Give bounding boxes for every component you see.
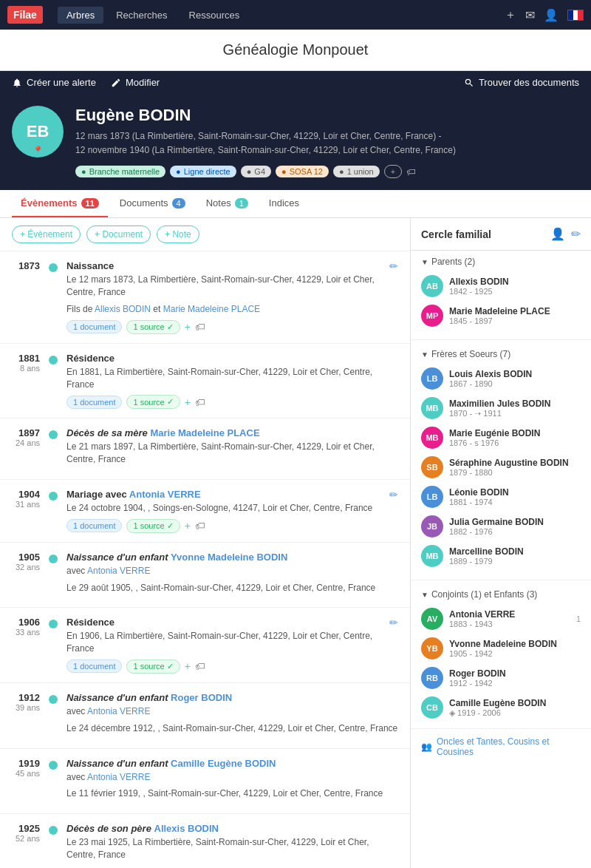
family-member-yvonne[interactable]: YB Yvonne Madeleine BODIN 1905 - 1942 — [421, 634, 581, 663]
family-member-leonie[interactable]: LB Léonie BODIN 1881 - 1974 — [421, 482, 581, 512]
family-member-louis[interactable]: LB Louis Alexis BODIN 1867 - 1890 — [421, 364, 581, 393]
modify-button[interactable]: Modifier — [111, 77, 160, 88]
nav-link-recherches[interactable]: Recherches — [107, 7, 176, 24]
tab-evenements[interactable]: Évènements 11 — [12, 190, 108, 217]
family-member-marie-eugenie[interactable]: MB Marie Eugénie BODIN 1876 - s 1976 — [421, 423, 581, 452]
doc-badge[interactable]: 1 document — [66, 660, 122, 673]
avatar-marcelline: MB — [421, 545, 443, 567]
timeline-year: 1904 31 ans — [12, 489, 49, 509]
edit-event-button[interactable]: ✏ — [383, 617, 398, 628]
timeline-item: 1881 8 ans Résidence En 1881, La Rimbert… — [0, 344, 410, 419]
plus-icon[interactable]: ＋ — [505, 7, 516, 23]
link-marie-place-deces[interactable]: Marie Madeleine PLACE — [150, 427, 259, 438]
link-antonia-verre-1905[interactable]: Antonia VERRE — [87, 566, 150, 576]
tag-add-button[interactable]: + — [384, 165, 402, 178]
tag-sosa[interactable]: ● SOSA 12 — [276, 166, 329, 177]
user-icon[interactable]: 👤 — [544, 8, 558, 22]
avatar-seraphine: SB — [421, 456, 443, 478]
link-antonia-verre-1912[interactable]: Antonia VERRE — [87, 706, 150, 716]
tag-badge-icon[interactable]: 🏷 — [195, 396, 205, 408]
logo[interactable]: Filae — [7, 6, 43, 24]
add-person-icon[interactable]: 👤 — [550, 227, 565, 241]
family-member-allexis[interactable]: AB Allexis BODIN 1842 - 1925 — [421, 271, 581, 301]
timeline-content: Naissance d'un enfant Yvonne Madeleine B… — [66, 552, 398, 599]
tab-notes[interactable]: Notes 1 — [197, 190, 257, 217]
timeline-item: 1905 32 ans Naissance d'un enfant Yvonne… — [0, 543, 410, 608]
add-badge-button[interactable]: + — [185, 396, 191, 408]
doc-badge[interactable]: 1 document — [66, 320, 122, 333]
group-icon: 👥 — [421, 742, 432, 752]
navbar: Filae Arbres Recherches Ressources ＋ ✉ 👤 — [0, 0, 591, 30]
mail-icon[interactable]: ✉ — [525, 8, 535, 22]
doc-badge[interactable]: 1 document — [66, 396, 122, 409]
add-badge-button[interactable]: + — [185, 520, 191, 532]
person-header: EB 📍 Eugène BODIN 12 mars 1873 (La Rimbe… — [0, 94, 591, 190]
flag-icon[interactable] — [567, 10, 584, 21]
source-badge[interactable]: 1 source ✓ — [126, 660, 180, 674]
tag-union[interactable]: ● 1 union — [333, 166, 380, 177]
family-member-maximilien[interactable]: MB Maximilien Jules BODIN 1870 - ➝ 1911 — [421, 393, 581, 423]
timeline-item: 1912 39 ans Naissance d'un enfant Roger … — [0, 683, 410, 749]
add-badge-button[interactable]: + — [185, 660, 191, 672]
link-antonia-verre-1919[interactable]: Antonia VERRE — [87, 772, 150, 782]
timeline-item: 1906 33 ans Résidence En 1906, La Rimber… — [0, 608, 410, 683]
siblings-section-title[interactable]: ▼ Frères et Soeurs (7) — [421, 349, 581, 359]
add-event-button[interactable]: + Évènement — [12, 226, 81, 243]
family-member-julia[interactable]: JB Julia Germaine BODIN 1882 - 1976 — [421, 512, 581, 541]
page-title: Généalogie Monpouet — [0, 30, 591, 71]
siblings-section: ▼ Frères et Soeurs (7) LB Louis Alexis B… — [411, 343, 591, 577]
family-member-marcelline[interactable]: MB Marcelline BODIN 1889 - 1979 — [421, 541, 581, 571]
timeline-year: 1912 39 ans — [12, 692, 49, 712]
timeline-content: Résidence En 1881, La Rimbertière, Saint… — [66, 353, 398, 410]
create-alert-button[interactable]: Créer une alerte — [12, 77, 96, 88]
family-member-roger[interactable]: RB Roger BODIN 1912 - 1942 — [421, 663, 581, 693]
person-tags: ● Branche maternelle ● Ligne directe ● G… — [75, 165, 579, 178]
link-roger-bodin[interactable]: Roger BODIN — [171, 692, 232, 703]
avatar-roger: RB — [421, 667, 443, 689]
timeline-item: 1897 24 ans Décès de sa mère Marie Madel… — [0, 418, 410, 480]
edit-event-button[interactable]: ✏ — [383, 260, 398, 272]
add-note-button[interactable]: + Note — [157, 226, 199, 243]
family-member-seraphine[interactable]: SB Séraphine Augustine BODIN 1879 - 1880 — [421, 452, 581, 482]
link-allexis-bodin-deces[interactable]: Allexis BODIN — [154, 823, 219, 834]
link-camille-bodin[interactable]: Camille Eugène BODIN — [171, 758, 276, 769]
oncles-section[interactable]: 👥 Oncles et Tantes, Cousins et Cousines — [411, 728, 591, 764]
nav-link-ressources[interactable]: Ressources — [180, 7, 249, 24]
tag-branche-maternelle[interactable]: ● Branche maternelle — [75, 166, 165, 177]
tag-bookmark-icon[interactable]: 🏷 — [406, 166, 416, 177]
family-member-camille[interactable]: CB Camille Eugène BODIN ◈ 1919 - 2006 — [421, 693, 581, 722]
tab-documents[interactable]: Documents 4 — [111, 190, 194, 217]
pencil-icon — [111, 78, 121, 88]
source-badge[interactable]: 1 source ✓ — [126, 320, 180, 334]
conjoints-section-title[interactable]: ▼ Conjoints (1) et Enfants (3) — [421, 589, 581, 600]
tag-badge-icon[interactable]: 🏷 — [195, 660, 205, 672]
add-document-button[interactable]: + Document — [86, 226, 151, 243]
timeline-year: 1881 8 ans — [12, 353, 49, 373]
tag-badge-icon[interactable]: 🏷 — [195, 520, 205, 532]
timeline-content: Naissance Le 12 mars 1873, La Rimbertièr… — [66, 260, 383, 333]
family-member-antonia[interactable]: AV Antonia VERRE 1883 - 1943 1 — [421, 604, 581, 634]
add-badge-button[interactable]: + — [185, 321, 191, 333]
nav-links: Arbres Recherches Ressources — [58, 7, 505, 24]
nav-link-arbres[interactable]: Arbres — [58, 7, 103, 24]
find-docs-button[interactable]: Trouver des documents — [464, 77, 579, 88]
action-bar: Créer une alerte Modifier Trouver des do… — [0, 71, 591, 94]
tag-ligne-directe[interactable]: ● Ligne directe — [170, 166, 236, 177]
doc-badge[interactable]: 1 document — [66, 519, 122, 532]
source-badge[interactable]: 1 source ✓ — [126, 395, 180, 409]
tag-g4[interactable]: ● G4 — [241, 166, 271, 177]
parents-section-title[interactable]: ▼ Parents (2) — [421, 257, 581, 267]
family-member-marie[interactable]: MP Marie Madeleine PLACE 1845 - 1897 — [421, 301, 581, 330]
edit-event-button[interactable]: ✏ — [383, 489, 398, 501]
edit-family-icon[interactable]: ✏ — [571, 227, 581, 241]
timeline-content: Naissance d'un enfant Camille Eugène BOD… — [66, 758, 398, 805]
link-allexis-bodin[interactable]: Allexis BODIN — [95, 304, 151, 314]
bell-icon — [12, 78, 22, 88]
link-marie-place[interactable]: Marie Madeleine PLACE — [163, 304, 260, 314]
tag-badge-icon[interactable]: 🏷 — [195, 321, 205, 333]
avatar-yvonne: YB — [421, 637, 443, 660]
source-badge[interactable]: 1 source ✓ — [126, 519, 180, 533]
tab-indices[interactable]: Indices — [260, 190, 308, 217]
link-yvonne-bodin[interactable]: Yvonne Madeleine BODIN — [171, 552, 287, 563]
link-antonia-verre-mariage[interactable]: Antonia VERRE — [129, 489, 201, 500]
